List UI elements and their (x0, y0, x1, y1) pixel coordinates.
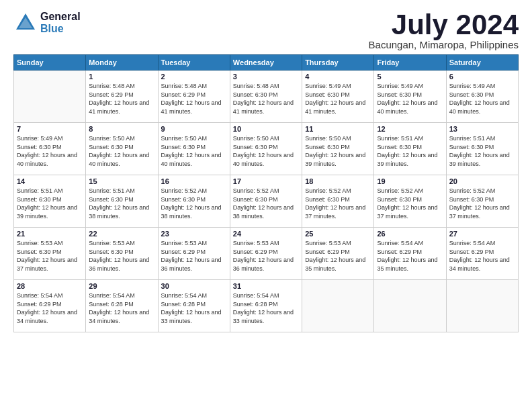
day-number: 10 (233, 125, 299, 133)
logo-text: General Blue (40, 11, 81, 34)
day-cell: 1Sunrise: 5:48 AM Sunset: 6:29 PM Daylig… (86, 71, 158, 123)
day-cell: 19Sunrise: 5:52 AM Sunset: 6:30 PM Dayli… (374, 175, 446, 228)
logo-blue: Blue (40, 23, 81, 35)
day-number: 15 (89, 177, 154, 185)
day-number: 6 (449, 73, 515, 81)
day-number: 12 (377, 125, 443, 133)
day-number: 3 (233, 73, 299, 81)
day-info: Sunrise: 5:54 AM Sunset: 6:28 PM Dayligh… (89, 291, 154, 325)
day-cell: 4Sunrise: 5:49 AM Sunset: 6:30 PM Daylig… (302, 71, 374, 123)
day-cell: 3Sunrise: 5:48 AM Sunset: 6:30 PM Daylig… (230, 71, 302, 123)
day-info: Sunrise: 5:51 AM Sunset: 6:30 PM Dayligh… (377, 134, 443, 168)
day-number: 17 (233, 177, 299, 185)
day-number: 19 (377, 177, 443, 185)
day-info: Sunrise: 5:51 AM Sunset: 6:30 PM Dayligh… (89, 187, 154, 220)
weekday-header-row: SundayMondayTuesdayWednesdayThursdayFrid… (14, 55, 519, 71)
day-cell: 30Sunrise: 5:54 AM Sunset: 6:28 PM Dayli… (158, 280, 230, 332)
day-info: Sunrise: 5:50 AM Sunset: 6:30 PM Dayligh… (89, 134, 154, 168)
day-number: 28 (17, 282, 83, 290)
day-info: Sunrise: 5:53 AM Sunset: 6:29 PM Dayligh… (233, 239, 299, 273)
day-cell: 7Sunrise: 5:49 AM Sunset: 6:30 PM Daylig… (14, 123, 86, 175)
day-cell: 5Sunrise: 5:49 AM Sunset: 6:30 PM Daylig… (374, 71, 446, 123)
weekday-thursday: Thursday (302, 55, 374, 71)
weekday-saturday: Saturday (446, 55, 518, 71)
day-cell: 10Sunrise: 5:50 AM Sunset: 6:30 PM Dayli… (230, 123, 302, 175)
day-info: Sunrise: 5:48 AM Sunset: 6:29 PM Dayligh… (161, 82, 227, 116)
logo-general: General (40, 11, 81, 23)
day-cell: 14Sunrise: 5:51 AM Sunset: 6:30 PM Dayli… (14, 175, 86, 228)
day-info: Sunrise: 5:52 AM Sunset: 6:30 PM Dayligh… (305, 187, 371, 220)
week-row-2: 7Sunrise: 5:49 AM Sunset: 6:30 PM Daylig… (14, 123, 519, 175)
day-info: Sunrise: 5:48 AM Sunset: 6:29 PM Dayligh… (89, 82, 154, 116)
day-number: 14 (17, 177, 83, 185)
day-info: Sunrise: 5:50 AM Sunset: 6:30 PM Dayligh… (305, 134, 371, 168)
day-number: 16 (161, 177, 227, 185)
day-number: 9 (161, 125, 227, 133)
day-number: 1 (89, 73, 154, 81)
day-info: Sunrise: 5:54 AM Sunset: 6:29 PM Dayligh… (377, 239, 443, 273)
weekday-tuesday: Tuesday (158, 55, 230, 71)
day-cell: 11Sunrise: 5:50 AM Sunset: 6:30 PM Dayli… (302, 123, 374, 175)
day-number: 7 (17, 125, 83, 133)
logo: General Blue (13, 11, 81, 35)
day-info: Sunrise: 5:51 AM Sunset: 6:30 PM Dayligh… (449, 134, 515, 168)
day-info: Sunrise: 5:53 AM Sunset: 6:29 PM Dayligh… (161, 239, 227, 273)
day-number: 4 (305, 73, 371, 81)
day-cell: 31Sunrise: 5:54 AM Sunset: 6:28 PM Dayli… (230, 280, 302, 332)
day-number: 30 (161, 282, 227, 290)
weekday-friday: Friday (374, 55, 446, 71)
day-number: 5 (377, 73, 443, 81)
page-container: General Blue July 2024 Bacungan, Mimarop… (0, 0, 532, 339)
day-cell: 17Sunrise: 5:52 AM Sunset: 6:30 PM Dayli… (230, 175, 302, 228)
day-info: Sunrise: 5:53 AM Sunset: 6:30 PM Dayligh… (89, 239, 154, 273)
month-title: July 2024 (369, 11, 519, 39)
day-info: Sunrise: 5:50 AM Sunset: 6:30 PM Dayligh… (233, 134, 299, 168)
day-number: 31 (233, 282, 299, 290)
day-number: 13 (449, 125, 515, 133)
day-cell: 28Sunrise: 5:54 AM Sunset: 6:29 PM Dayli… (14, 280, 86, 332)
day-cell: 9Sunrise: 5:50 AM Sunset: 6:30 PM Daylig… (158, 123, 230, 175)
day-number: 25 (305, 230, 371, 238)
day-cell: 13Sunrise: 5:51 AM Sunset: 6:30 PM Dayli… (446, 123, 518, 175)
day-info: Sunrise: 5:54 AM Sunset: 6:29 PM Dayligh… (449, 239, 515, 273)
day-cell: 12Sunrise: 5:51 AM Sunset: 6:30 PM Dayli… (374, 123, 446, 175)
day-number: 29 (89, 282, 154, 290)
week-row-5: 28Sunrise: 5:54 AM Sunset: 6:29 PM Dayli… (14, 280, 519, 332)
day-number: 24 (233, 230, 299, 238)
day-number: 21 (17, 230, 83, 238)
day-number: 23 (161, 230, 227, 238)
day-info: Sunrise: 5:54 AM Sunset: 6:29 PM Dayligh… (17, 291, 83, 325)
day-info: Sunrise: 5:48 AM Sunset: 6:30 PM Dayligh… (233, 82, 299, 116)
day-info: Sunrise: 5:52 AM Sunset: 6:30 PM Dayligh… (161, 187, 227, 220)
title-block: July 2024 Bacungan, Mimaropa, Philippine… (369, 11, 519, 50)
day-cell: 29Sunrise: 5:54 AM Sunset: 6:28 PM Dayli… (86, 280, 158, 332)
logo-icon (13, 11, 38, 35)
day-cell: 25Sunrise: 5:53 AM Sunset: 6:29 PM Dayli… (302, 228, 374, 280)
day-info: Sunrise: 5:49 AM Sunset: 6:30 PM Dayligh… (17, 134, 83, 168)
day-cell: 26Sunrise: 5:54 AM Sunset: 6:29 PM Dayli… (374, 228, 446, 280)
day-info: Sunrise: 5:49 AM Sunset: 6:30 PM Dayligh… (305, 82, 371, 116)
day-number: 8 (89, 125, 154, 133)
day-info: Sunrise: 5:52 AM Sunset: 6:30 PM Dayligh… (233, 187, 299, 220)
weekday-sunday: Sunday (14, 55, 86, 71)
day-cell: 24Sunrise: 5:53 AM Sunset: 6:29 PM Dayli… (230, 228, 302, 280)
day-cell: 2Sunrise: 5:48 AM Sunset: 6:29 PM Daylig… (158, 71, 230, 123)
week-row-4: 21Sunrise: 5:53 AM Sunset: 6:30 PM Dayli… (14, 228, 519, 280)
day-number: 18 (305, 177, 371, 185)
day-number: 22 (89, 230, 154, 238)
day-cell (374, 280, 446, 332)
weekday-monday: Monday (86, 55, 158, 71)
day-info: Sunrise: 5:52 AM Sunset: 6:30 PM Dayligh… (377, 187, 443, 220)
day-number: 26 (377, 230, 443, 238)
week-row-1: 1Sunrise: 5:48 AM Sunset: 6:29 PM Daylig… (14, 71, 519, 123)
location: Bacungan, Mimaropa, Philippines (369, 39, 519, 50)
day-cell: 20Sunrise: 5:52 AM Sunset: 6:30 PM Dayli… (446, 175, 518, 228)
day-info: Sunrise: 5:53 AM Sunset: 6:29 PM Dayligh… (305, 239, 371, 273)
day-cell (302, 280, 374, 332)
week-row-3: 14Sunrise: 5:51 AM Sunset: 6:30 PM Dayli… (14, 175, 519, 228)
day-info: Sunrise: 5:54 AM Sunset: 6:28 PM Dayligh… (233, 291, 299, 325)
weekday-wednesday: Wednesday (230, 55, 302, 71)
day-info: Sunrise: 5:49 AM Sunset: 6:30 PM Dayligh… (377, 82, 443, 116)
day-info: Sunrise: 5:49 AM Sunset: 6:30 PM Dayligh… (449, 82, 515, 116)
day-cell: 23Sunrise: 5:53 AM Sunset: 6:29 PM Dayli… (158, 228, 230, 280)
